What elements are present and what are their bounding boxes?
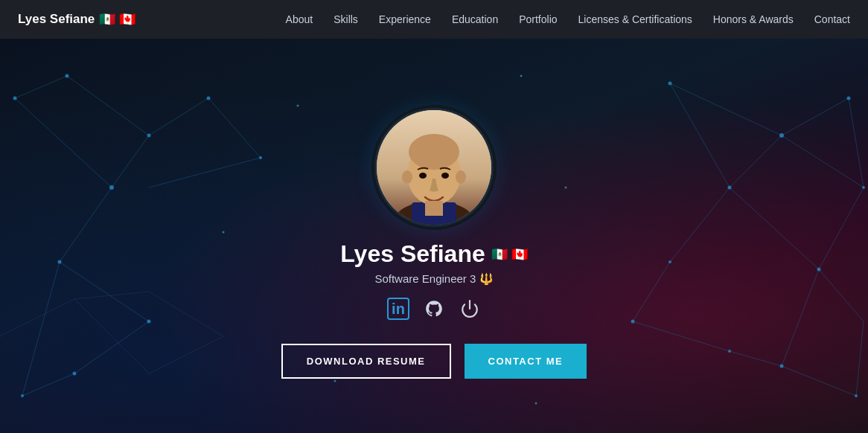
- nav-link-about[interactable]: About: [286, 13, 313, 25]
- svg-rect-68: [425, 201, 443, 216]
- navbar: Lyes Sefiane 🇲🇽 🇨🇦 About Skills Experien…: [0, 0, 868, 39]
- nav-link-portfolio[interactable]: Portfolio: [519, 13, 557, 25]
- avatar: [374, 108, 494, 227]
- svg-point-63: [409, 134, 459, 170]
- nav-brand: Lyes Sefiane 🇲🇽 🇨🇦: [18, 11, 135, 28]
- nav-links: About Skills Experience Education Portfo…: [286, 13, 850, 26]
- github-icon[interactable]: [423, 298, 445, 320]
- hero-subtitle-text: Software Engineer 3 🔱: [374, 272, 493, 286]
- hero-content: Lyes Sefiane 🇲🇽 🇨🇦 Software Engineer 3 🔱…: [281, 240, 587, 379]
- nav-brand-name: Lyes Sefiane: [18, 12, 95, 27]
- nav-link-edu[interactable]: Education: [452, 13, 498, 25]
- nav-brand-flags: 🇲🇽 🇨🇦: [99, 11, 135, 28]
- linkedin-icon[interactable]: in: [387, 298, 409, 320]
- download-resume-button[interactable]: DOWNLOAD RESUME: [281, 344, 451, 379]
- hero-subtitle: Software Engineer 3 🔱: [374, 272, 493, 286]
- hero-name: Lyes Sefiane 🇲🇽 🇨🇦: [340, 240, 527, 268]
- svg-point-67: [441, 173, 449, 179]
- social-row: in: [387, 298, 481, 320]
- nav-link-skills[interactable]: Skills: [334, 13, 358, 25]
- contact-me-button[interactable]: CONTACT ME: [465, 344, 587, 379]
- nav-link-licenses[interactable]: Licenses & Certifications: [578, 13, 692, 25]
- svg-point-65: [456, 170, 466, 184]
- avatar-inner: [377, 110, 491, 225]
- nav-link-contact[interactable]: Contact: [814, 13, 850, 25]
- svg-point-66: [419, 173, 427, 179]
- hero-section: Lyes Sefiane 🇲🇽 🇨🇦 Software Engineer 3 🔱…: [0, 39, 868, 433]
- avatar-silhouette: [389, 121, 479, 225]
- hero-name-text: Lyes Sefiane: [340, 240, 485, 268]
- nav-link-exp[interactable]: Experience: [379, 13, 431, 25]
- nav-link-honors[interactable]: Honors & Awards: [713, 13, 794, 25]
- power-icon[interactable]: [459, 298, 481, 320]
- svg-point-64: [402, 170, 412, 184]
- hero-name-flags: 🇲🇽 🇨🇦: [491, 246, 528, 263]
- button-row: DOWNLOAD RESUME CONTACT ME: [281, 344, 587, 379]
